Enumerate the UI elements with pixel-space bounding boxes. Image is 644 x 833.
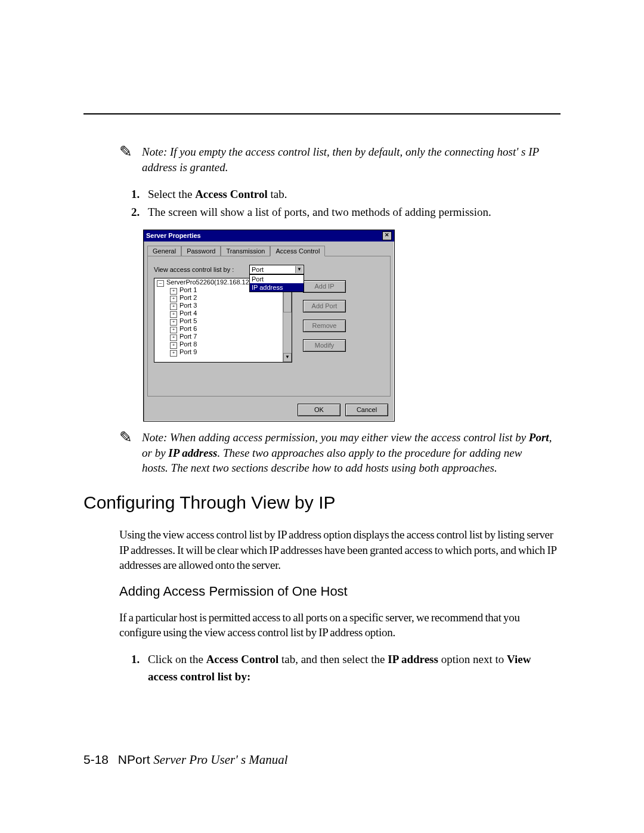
tree-item[interactable]: +Port 5	[154, 317, 292, 325]
tree-item-label: Port 4	[179, 309, 197, 317]
pencil-icon: ✎	[119, 430, 140, 445]
plus-icon: +	[170, 319, 177, 326]
ok-button[interactable]: OK	[298, 404, 340, 416]
tree-item-label: Port 8	[179, 340, 197, 348]
combo-option-port[interactable]: Port	[250, 275, 304, 283]
tree-item-label: Port 3	[179, 302, 197, 309]
dialog-figure: Server Properties ✕ General Password Tra…	[143, 230, 561, 422]
close-button[interactable]: ✕	[382, 231, 392, 240]
note-2-line-3: hosts. The next two sections describe ho…	[142, 460, 561, 476]
plus-icon: +	[170, 350, 177, 357]
bold-fragment: IP address	[388, 653, 438, 665]
add-ip-button[interactable]: Add IP	[303, 280, 346, 293]
note-2-line-2: or by IP address. These two approaches a…	[142, 445, 561, 461]
pencil-icon: ✎	[119, 144, 140, 160]
subsection-heading-adding-host: Adding Access Permission of One Host	[119, 584, 561, 599]
plus-icon: +	[170, 335, 177, 341]
text-fragment: tab, and then select the	[278, 653, 388, 665]
plus-icon: +	[170, 296, 177, 302]
server-properties-dialog: Server Properties ✕ General Password Tra…	[143, 230, 395, 422]
combo-dropdown: Port IP address	[249, 274, 304, 292]
tree-item[interactable]: +Port 3	[154, 302, 292, 309]
tab-password[interactable]: Password	[181, 246, 221, 256]
view-by-label: View access control list by :	[154, 266, 249, 273]
plus-icon: +	[170, 327, 177, 333]
chevron-down-icon[interactable]: ▼	[295, 266, 303, 273]
plus-icon: +	[170, 304, 177, 310]
note-1-line-2: address is granted.	[142, 160, 561, 175]
note-2-frag: Note: When adding access permission, you…	[142, 431, 529, 444]
note-2-frag: . These two approaches also apply to the…	[218, 447, 522, 459]
step-text: Click on the Access Control tab, and the…	[148, 651, 561, 685]
step-1: 1. Select the Access Control tab.	[131, 186, 561, 203]
steps-list-1: 1. Select the Access Control tab. 2. The…	[131, 186, 561, 221]
text-fragment: Select the	[148, 188, 195, 200]
plus-icon: +	[170, 342, 177, 349]
step-2: 2. The screen will show a list of ports,…	[131, 204, 561, 221]
titlebar: Server Properties ✕	[144, 230, 394, 241]
page-footer: 5-18 NPort Server Pro User' s Manual	[83, 753, 288, 767]
combo-option-ip[interactable]: IP address	[250, 283, 304, 292]
remove-button[interactable]: Remove	[303, 320, 346, 332]
step-text: Select the Access Control tab.	[148, 186, 561, 203]
note-2-frag: ,	[549, 431, 552, 444]
top-rule	[83, 113, 561, 114]
tree-item-label: Port 1	[179, 286, 197, 293]
paragraph: Using the view access control list by IP…	[119, 527, 561, 573]
tab-strip: General Password Transmission Access Con…	[147, 245, 391, 256]
view-by-combo[interactable]: Port ▼ Port IP address	[249, 265, 304, 274]
footer-title: Server Pro User' s Manual	[153, 753, 287, 767]
add-port-button[interactable]: Add Port	[303, 300, 346, 312]
tree-item[interactable]: +Port 7	[154, 333, 292, 340]
tree-item-label: Port 5	[179, 317, 197, 324]
tree-item-label: Port 7	[179, 333, 197, 340]
tree-item[interactable]: +Port 8	[154, 340, 292, 348]
page-number: 5-18	[83, 753, 109, 766]
note-2: ✎Note: When adding access permission, yo…	[119, 430, 561, 476]
step-number: 2.	[131, 204, 148, 221]
bold-fragment: Port	[529, 431, 549, 444]
step-number: 1.	[131, 186, 148, 203]
tab-transmission[interactable]: Transmission	[221, 246, 270, 256]
tree-item-label: Port 6	[179, 325, 197, 332]
cancel-button[interactable]: Cancel	[345, 404, 388, 416]
tab-general[interactable]: General	[147, 246, 181, 256]
minus-icon: –	[157, 280, 164, 287]
note-1: ✎Note: If you empty the access control l…	[119, 144, 561, 175]
plus-icon: +	[170, 288, 177, 295]
tab-body: View access control list by : Port ▼ Por…	[147, 256, 391, 397]
tab-access-control[interactable]: Access Control	[270, 246, 325, 256]
tree-item[interactable]: +Port 4	[154, 309, 292, 317]
bold-fragment: Access Control	[206, 653, 279, 665]
bold-fragment: Access Control	[195, 188, 268, 200]
note-2-frag: or by	[142, 447, 168, 459]
manual-page: ✎Note: If you empty the access control l…	[0, 0, 644, 833]
note-1-line-1: Note: If you empty the access control li…	[142, 145, 539, 158]
plus-icon: +	[170, 311, 177, 318]
scroll-down-icon[interactable]: ▼	[283, 353, 292, 362]
step-number: 1.	[131, 651, 148, 685]
tree-item[interactable]: +Port 2	[154, 294, 292, 302]
text-fragment: tab.	[268, 188, 287, 200]
text-fragment: Click on the	[148, 653, 206, 665]
steps-list-2: 1. Click on the Access Control tab, and …	[131, 651, 561, 685]
text-fragment: option next to	[438, 653, 507, 665]
tree-item-label: Port 2	[179, 294, 197, 301]
footer-brand: NPort	[118, 753, 154, 766]
section-heading-config-view-ip: Configuring Through View by IP	[83, 493, 561, 513]
tree-item-label: Port 9	[179, 348, 197, 355]
dialog-buttons: OK Cancel	[144, 400, 394, 421]
step-text: The screen will show a list of ports, an…	[148, 204, 561, 221]
paragraph: If a particular host is permitted access…	[119, 610, 561, 640]
dialog-title: Server Properties	[146, 232, 201, 239]
tree-item[interactable]: +Port 9	[154, 348, 292, 356]
tree-item[interactable]: +Port 6	[154, 325, 292, 333]
step-1: 1. Click on the Access Control tab, and …	[131, 651, 561, 685]
modify-button[interactable]: Modify	[303, 339, 346, 352]
action-button-column: Add IP Add Port Remove Modify	[303, 278, 346, 363]
bold-fragment: IP address	[168, 447, 217, 459]
